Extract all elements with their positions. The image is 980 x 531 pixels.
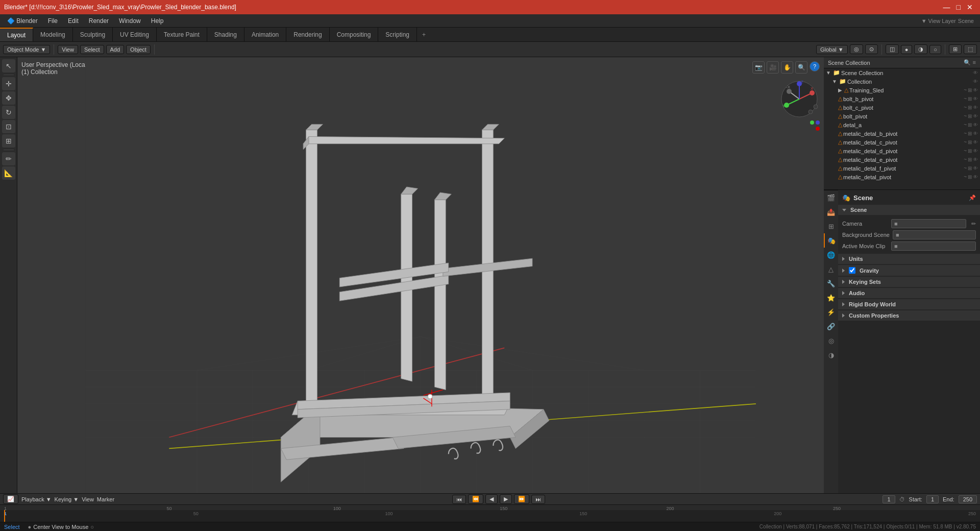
- active-movie-clip-value[interactable]: ■: [891, 242, 976, 251]
- view-menu[interactable]: View: [58, 45, 78, 54]
- next-keyframe-button[interactable]: ⏩: [514, 494, 529, 504]
- tab-shading[interactable]: Shading: [207, 28, 244, 41]
- tab-uv-editing[interactable]: UV Editing: [113, 28, 157, 41]
- camera-value[interactable]: ■: [891, 219, 966, 228]
- current-frame-input[interactable]: 1: [883, 495, 895, 503]
- tab-texture-paint[interactable]: Texture Paint: [157, 28, 207, 41]
- outliner-view-icon[interactable]: ≡: [973, 59, 976, 66]
- play-button[interactable]: ▶: [500, 494, 512, 504]
- search-icon[interactable]: 🔍: [795, 61, 807, 74]
- timeline-ruler[interactable]: 1 50 100 150 200 250 1 50 100 150 200 25…: [0, 505, 980, 522]
- outliner-metalic-c[interactable]: △ metalic_detal_c_pivot ~ ⊞ 👁: [824, 138, 980, 147]
- scale-tool[interactable]: ⊡: [2, 120, 15, 133]
- measure-tool[interactable]: 📐: [2, 166, 15, 180]
- rotate-tool[interactable]: ↻: [2, 106, 15, 119]
- frame-rate-icon[interactable]: ⏱: [899, 496, 905, 502]
- menu-render[interactable]: Render: [84, 16, 114, 26]
- object-menu[interactable]: Object: [126, 45, 151, 54]
- overlay-btn[interactable]: ⊞: [949, 44, 962, 54]
- props-tab-render[interactable]: 🎬: [824, 190, 838, 205]
- outliner-scene-collection[interactable]: ▼ 📁 Scene Collection 👁: [824, 68, 980, 77]
- keying-sets-section[interactable]: Keying Sets: [838, 277, 980, 287]
- mode-selector[interactable]: Object Mode ▼: [3, 45, 50, 54]
- gravity-section[interactable]: Gravity: [838, 265, 980, 276]
- props-tab-object[interactable]: △: [824, 262, 838, 276]
- select-status[interactable]: Select: [4, 524, 20, 530]
- minimize-button[interactable]: —: [940, 2, 953, 12]
- camera-view-icon[interactable]: 🎥: [767, 61, 779, 74]
- prev-keyframe-button[interactable]: ⏪: [468, 494, 483, 504]
- tab-animation[interactable]: Animation: [244, 28, 286, 41]
- rigid-body-world-section[interactable]: Rigid Body World: [838, 299, 980, 309]
- props-tab-output[interactable]: 📤: [824, 205, 838, 219]
- solid-btn[interactable]: ●: [901, 45, 913, 54]
- tab-scripting[interactable]: Scripting: [378, 28, 417, 41]
- pivot-center[interactable]: ◎: [850, 44, 863, 54]
- units-section[interactable]: Units: [838, 254, 980, 264]
- keying-menu[interactable]: Keying ▼: [55, 496, 79, 502]
- props-tab-scene[interactable]: 🎭: [824, 233, 838, 248]
- play-reverse-button[interactable]: ◀: [485, 494, 498, 504]
- props-tab-world[interactable]: 🌐: [824, 248, 838, 262]
- orientation-gizmo[interactable]: X -X Z Y: [779, 79, 820, 119]
- marker-menu[interactable]: Marker: [97, 496, 114, 502]
- outliner-bolt-c-pivot[interactable]: △ bolt_c_pivot ~ ⊞ 👁: [824, 103, 980, 112]
- gravity-checkbox[interactable]: [849, 267, 855, 274]
- wireframe-btn[interactable]: ◫: [886, 44, 899, 54]
- outliner-metalic-b[interactable]: △ metalic_detal_b_pivot ~ ⊞ 👁: [824, 129, 980, 138]
- custom-properties-section[interactable]: Custom Properties: [838, 310, 980, 321]
- camera-edit-icon[interactable]: ✏: [971, 221, 976, 227]
- outliner-collection[interactable]: ▼ 📁 Collection 👁: [824, 77, 980, 86]
- select-menu[interactable]: Select: [80, 45, 104, 54]
- tab-layout[interactable]: Layout: [0, 28, 33, 41]
- props-tab-physics[interactable]: ⚡: [824, 305, 838, 319]
- props-tab-constraints[interactable]: 🔗: [824, 319, 838, 333]
- outliner-metalic-e[interactable]: △ metalic_detal_e_pivot ~ ⊞ 👁: [824, 155, 980, 164]
- move-tool[interactable]: ✥: [2, 91, 15, 105]
- menu-window[interactable]: Window: [114, 16, 146, 26]
- outliner-training-sled[interactable]: ▶ △ Training_Sled ~ ⊞ 👁: [824, 86, 980, 94]
- xray-btn[interactable]: ⬚: [964, 44, 977, 54]
- props-tab-particles[interactable]: ⭐: [824, 291, 838, 305]
- transform-global[interactable]: Global ▼: [816, 45, 848, 54]
- playback-menu[interactable]: Playback ▼: [21, 496, 52, 502]
- end-frame-input[interactable]: 250: [959, 495, 977, 503]
- props-tab-material[interactable]: ◑: [824, 348, 838, 362]
- transform-tool[interactable]: ⊞: [2, 134, 15, 148]
- grab-icon[interactable]: ✋: [781, 61, 793, 74]
- add-menu[interactable]: Add: [106, 45, 125, 54]
- menu-blender[interactable]: 🔷 Blender: [2, 16, 43, 26]
- outliner-bolt-pivot[interactable]: △ bolt_pivot ~ ⊞ 👁: [824, 112, 980, 120]
- props-tab-view-layer[interactable]: ⊞: [824, 219, 838, 233]
- tab-compositing[interactable]: Compositing: [330, 28, 379, 41]
- outliner-metalic-f[interactable]: △ metalic_detal_f_pivot ~ ⊞ 👁: [824, 164, 980, 173]
- material-btn[interactable]: ◑: [914, 44, 927, 54]
- audio-section[interactable]: Audio: [838, 288, 980, 298]
- outliner-detal-a[interactable]: △ detal_a ~ ⊞ 👁: [824, 120, 980, 129]
- outliner-metalic-pivot[interactable]: △ metalic_detal_pivot ~ ⊞ 👁: [824, 173, 980, 181]
- snap-toggle[interactable]: ⊙: [865, 44, 878, 54]
- start-frame-input[interactable]: 1: [926, 495, 939, 503]
- annotate-tool[interactable]: ✏: [2, 152, 15, 165]
- jump-start-button[interactable]: ⏮: [452, 495, 466, 504]
- tab-modeling[interactable]: Modeling: [33, 28, 73, 41]
- rendered-btn[interactable]: ○: [929, 45, 941, 54]
- outliner-filter-icon[interactable]: 🔍: [964, 59, 971, 66]
- props-tab-modifier[interactable]: 🔧: [824, 276, 838, 291]
- tab-rendering[interactable]: Rendering: [286, 28, 329, 41]
- timeline-view-type[interactable]: 📈: [3, 494, 18, 504]
- close-button[interactable]: ✕: [964, 2, 976, 12]
- render-icon[interactable]: 📷: [752, 61, 765, 74]
- scene-section[interactable]: Scene: [838, 205, 980, 215]
- timeline-view-menu[interactable]: View: [82, 496, 94, 502]
- outliner-bolt-b-pivot[interactable]: △ bolt_b_pivot ~ ⊞ 👁: [824, 94, 980, 103]
- cursor-tool[interactable]: ✛: [2, 77, 15, 90]
- props-pin-icon[interactable]: 📌: [969, 195, 976, 201]
- add-workspace-button[interactable]: +: [417, 29, 431, 40]
- jump-end-button[interactable]: ⏭: [531, 495, 545, 504]
- props-tab-data[interactable]: ◎: [824, 333, 838, 348]
- help-icon[interactable]: ?: [810, 61, 820, 71]
- tab-sculpting[interactable]: Sculpting: [73, 28, 113, 41]
- menu-help[interactable]: Help: [146, 16, 169, 26]
- outliner-metalic-d[interactable]: △ metalic_detal_d_pivot ~ ⊞ 👁: [824, 147, 980, 155]
